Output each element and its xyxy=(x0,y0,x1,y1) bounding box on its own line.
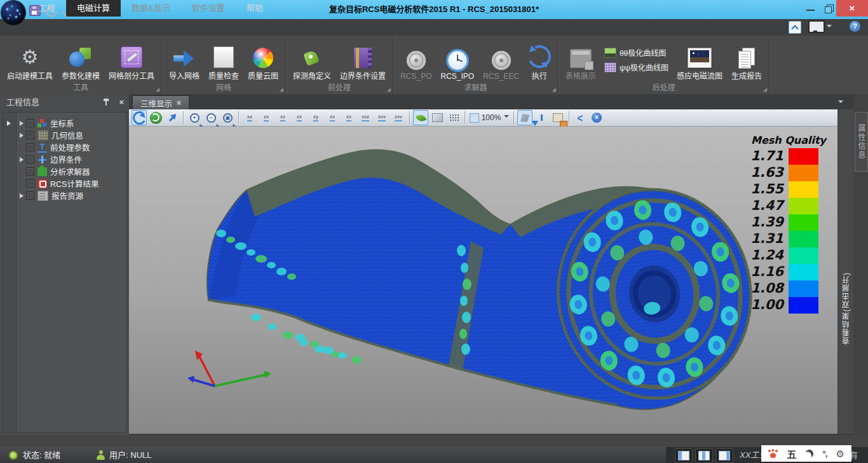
properties-panel-tab[interactable]: 属性信息 xyxy=(855,112,868,172)
mesh-partition-tool-button[interactable]: 网格剖分工具 xyxy=(104,38,159,82)
viewport-3d[interactable]: Mesh Quality 1.711.631.551.471.391.311.2… xyxy=(129,127,837,434)
view-preset-5-button[interactable]: zx xyxy=(325,110,340,125)
tab-data-display[interactable]: 数据&显示 xyxy=(121,0,181,17)
close-view-button[interactable]: × xyxy=(589,110,604,125)
quality-cloud-map-button[interactable]: 质量云图 xyxy=(243,38,283,82)
tree-geometry-info-label: 几何信息 xyxy=(51,129,83,141)
quality-check-button[interactable]: 质量检查 xyxy=(204,38,243,82)
view-preset-6-button[interactable]: zx xyxy=(341,110,356,125)
rotate-view-button[interactable] xyxy=(132,110,147,125)
shaded-mode-button[interactable] xyxy=(413,110,428,125)
drop-view-button[interactable] xyxy=(534,110,549,125)
help-button[interactable]: ? xyxy=(850,21,860,32)
layout-middle-pane-button[interactable] xyxy=(695,448,713,463)
results-side-strip[interactable]: 查看结果(双击展开) xyxy=(837,109,854,434)
zoom-in-button[interactable]: + xyxy=(187,110,202,125)
collapse-ribbon-button[interactable] xyxy=(789,21,801,34)
ime-fullwidth-moon-icon[interactable] xyxy=(804,448,815,459)
execute-button[interactable]: 执行 xyxy=(524,38,555,82)
tab-close-icon[interactable]: × xyxy=(177,99,181,107)
ime-punctuation-button[interactable]: °, xyxy=(823,449,827,459)
induced-em-current-map-button[interactable]: 感应电磁流图 xyxy=(672,38,727,82)
tree-gutter-arrow-icon[interactable] xyxy=(7,121,13,126)
pan-view-button[interactable] xyxy=(165,110,180,125)
launch-modeling-tool-button[interactable]: 启动建模工具 xyxy=(3,38,57,82)
ribbon-group-caption: 求解器 xyxy=(393,83,558,94)
tree-analysis-solver[interactable]: 分析求解器 xyxy=(3,165,126,177)
view-preset-9-button[interactable]: zxv xyxy=(391,110,406,125)
psi-polarization-curve-button[interactable]: ψψ极化曲线图 xyxy=(604,62,668,73)
ime-logo-paw-icon[interactable] xyxy=(768,450,778,458)
tree-report-resources-expander[interactable] xyxy=(20,193,26,198)
mirror-view-button[interactable]: < xyxy=(573,110,588,125)
parametric-modeling-button[interactable]: 参数化建模 xyxy=(57,38,104,82)
coords-icon xyxy=(37,119,47,128)
layout-left-pane-button[interactable] xyxy=(675,448,693,463)
generate-report-button[interactable]: 生成报告 xyxy=(727,38,766,82)
rcs-eec-solver-button[interactable]: RCS_EEC xyxy=(478,38,524,82)
panel-close-icon[interactable]: × xyxy=(119,94,124,111)
tab-3d-display[interactable]: 三维显示 × xyxy=(132,95,189,110)
dialog-launcher-icon[interactable] xyxy=(280,88,283,92)
dialog-launcher-icon[interactable] xyxy=(763,88,767,92)
tab-project[interactable]: 工程 xyxy=(28,0,66,17)
zoom-out-button[interactable]: − xyxy=(203,110,219,125)
view-preset-3-button[interactable]: zx xyxy=(292,110,307,125)
layout-right-pane-button[interactable] xyxy=(715,448,733,463)
zoom-fit-button[interactable]: ▣ xyxy=(220,110,235,125)
rcs-po-solver-button[interactable]: RCS_PO xyxy=(396,38,436,82)
rcs-ipo-solver-button[interactable]: RCS_IPO xyxy=(436,38,478,82)
document-area: 三维显示 × +−▣xzzxxzzxzyzxzxvxzzvxzxv100%<× xyxy=(129,94,853,435)
tab-help[interactable]: 帮助 xyxy=(236,0,274,17)
dialog-launcher-icon[interactable] xyxy=(156,88,159,92)
tree-boundary-condition[interactable]: 边界条件 xyxy=(3,153,126,165)
toolbar-separator xyxy=(183,111,184,124)
points-mode-button[interactable] xyxy=(446,110,461,125)
tab-overflow-dropdown-icon[interactable] xyxy=(838,100,843,106)
tree-report-resources-checkbox[interactable] xyxy=(26,191,34,200)
tree-preprocess-params-checkbox[interactable] xyxy=(26,143,34,151)
tree-boundary-condition-expander[interactable] xyxy=(20,157,26,162)
wireframe-mode-button[interactable] xyxy=(430,110,445,125)
tree-rcs-results[interactable]: RCS计算结果 xyxy=(3,177,126,190)
view-preset-1-button[interactable]: zx xyxy=(259,110,274,125)
orbit-view-button[interactable] xyxy=(148,110,163,125)
view-preset-2-button[interactable]: xz xyxy=(275,110,290,125)
tree-rcs-results-checkbox[interactable] xyxy=(26,179,34,188)
tree-geometry-info[interactable]: 几何信息 xyxy=(3,129,126,141)
tree-report-resources[interactable]: 报告资源 xyxy=(3,190,126,202)
boundary-condition-setup-button[interactable]: 边界条件设置 xyxy=(336,38,390,82)
view-preset-8-button[interactable]: zvx xyxy=(374,110,390,125)
import-mesh-button[interactable]: 导入网格 xyxy=(165,38,204,82)
app-logo-icon[interactable] xyxy=(1,1,25,25)
tab-em-compute[interactable]: 电磁计算 xyxy=(66,0,121,17)
table-display-button[interactable]: 表格展示 xyxy=(561,38,600,82)
dialog-launcher-icon[interactable] xyxy=(387,88,391,92)
tree-geometry-info-expander[interactable] xyxy=(20,133,26,138)
tree-coordinate-system-checkbox[interactable] xyxy=(26,119,34,127)
tree-geometry-info-checkbox[interactable] xyxy=(26,131,34,139)
pin-icon[interactable] xyxy=(104,99,109,106)
view-preset-4-button[interactable]: zy xyxy=(308,110,323,125)
display-switch-dropdown-icon[interactable] xyxy=(827,25,832,30)
tab-software-settings[interactable]: 软件设置 xyxy=(181,0,236,17)
display-switch-icon[interactable] xyxy=(808,20,825,33)
rcs-eec-solver-label: RCS_EEC xyxy=(483,72,519,81)
tree-coordinate-system[interactable]: 坐标系 xyxy=(3,117,126,129)
tree-coordinate-system-expander[interactable] xyxy=(20,121,26,126)
dialog-launcher-icon[interactable] xyxy=(552,88,556,92)
clip-plane-button[interactable] xyxy=(517,110,532,125)
view-preset-7-button[interactable]: vxz xyxy=(358,110,373,125)
tree-analysis-solver-checkbox[interactable] xyxy=(26,167,34,176)
tree-boundary-condition-checkbox[interactable] xyxy=(26,155,34,163)
layers-button[interactable] xyxy=(550,110,566,125)
ime-input-mode-button[interactable]: 五 xyxy=(787,447,796,460)
mesh-model-3d[interactable] xyxy=(129,127,837,434)
ime-settings-gear-icon[interactable]: ⚙ xyxy=(836,449,844,459)
probe-angle-define-button[interactable]: 探测角定义 xyxy=(288,38,336,82)
zoom-level-dropdown[interactable]: 100% xyxy=(468,110,511,125)
theta-polarization-curve-button[interactable]: θθ极化曲线图 xyxy=(604,47,668,58)
view-preset-0-button[interactable]: xz xyxy=(242,110,257,125)
tree-preprocess-params[interactable]: T前处理参数 xyxy=(3,141,126,153)
close-button[interactable]: × xyxy=(836,0,868,17)
